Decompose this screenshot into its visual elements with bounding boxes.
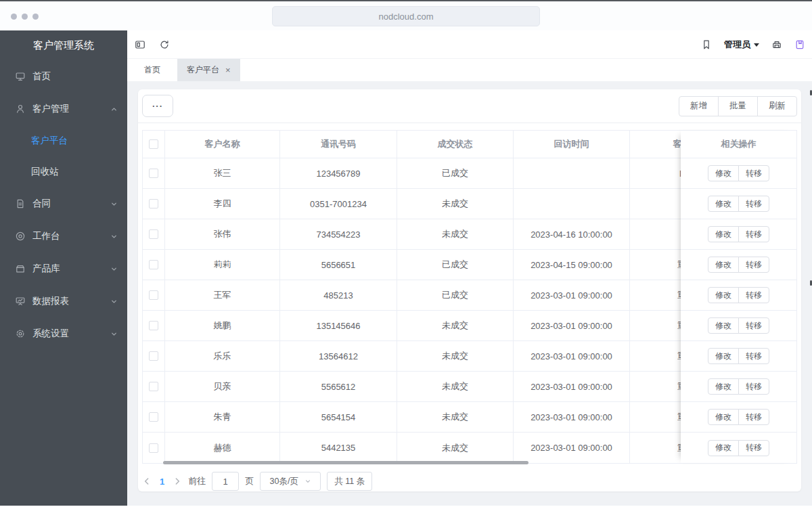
row-checkbox[interactable] <box>149 351 158 361</box>
print-icon[interactable] <box>771 39 782 50</box>
tab-bar: 首页客户平台× <box>127 59 812 81</box>
horizontal-scrollbar[interactable] <box>163 461 528 464</box>
row-checkbox[interactable] <box>149 290 158 300</box>
next-page-icon[interactable] <box>173 477 182 486</box>
chevron-down-icon <box>754 43 759 49</box>
transfer-button[interactable]: 转移 <box>738 257 769 273</box>
deal-status-cell: 未成交 <box>397 341 514 371</box>
edit-button[interactable]: 修改 <box>708 165 739 181</box>
goto-page-input[interactable] <box>212 472 239 491</box>
transfer-button[interactable]: 转移 <box>738 409 769 425</box>
transfer-button[interactable]: 转移 <box>738 226 769 242</box>
edit-button[interactable]: 修改 <box>708 196 739 212</box>
phone-cell: 13564612 <box>280 341 397 371</box>
window-dot[interactable] <box>11 14 17 20</box>
sidebar-item[interactable]: 产品库 <box>0 252 127 285</box>
chevron-down-icon <box>110 200 118 208</box>
sidebar-subitem[interactable]: 回收站 <box>0 156 127 188</box>
sidebar-item-label: 工作台 <box>32 230 60 242</box>
edit-button[interactable]: 修改 <box>708 348 739 364</box>
edit-button[interactable]: 修改 <box>708 226 739 242</box>
transfer-button[interactable]: 转移 <box>738 317 769 334</box>
sidebar-item[interactable]: 系统设置 <box>0 317 127 350</box>
edit-button[interactable]: 修改 <box>708 378 739 395</box>
row-checkbox[interactable] <box>149 229 158 239</box>
operations-rows: 修改转移修改转移修改转移修改转移修改转移修改转移修改转移修改转移修改转移修改转移 <box>681 158 796 463</box>
sidebar-subitem-label: 回收站 <box>31 166 59 178</box>
window-dot[interactable] <box>22 14 28 20</box>
deal-status-cell: 未成交 <box>397 372 514 401</box>
bookmark-icon[interactable] <box>701 39 712 50</box>
edit-button[interactable]: 修改 <box>708 257 739 273</box>
row-checkbox[interactable] <box>149 199 158 208</box>
notebook-icon[interactable] <box>794 39 805 50</box>
sidebar-item-label: 系统设置 <box>32 328 69 340</box>
window-dot[interactable] <box>32 14 39 20</box>
transfer-button[interactable]: 转移 <box>738 378 769 395</box>
phone-cell: 485213 <box>280 280 397 310</box>
page-number[interactable]: 1 <box>158 477 166 487</box>
tab-item[interactable]: 首页 <box>133 59 172 81</box>
more-button[interactable]: ··· <box>142 95 173 117</box>
tab-active[interactable]: 客户平台× <box>177 59 240 81</box>
tab-label: 首页 <box>144 64 160 76</box>
sidebar-item[interactable]: 首页 <box>0 60 127 93</box>
sidebar-item[interactable]: 合同 <box>0 188 127 220</box>
add-button[interactable]: 新增 <box>679 96 719 116</box>
customer-name-cell: 王军 <box>165 280 280 310</box>
row-checkbox-cell <box>143 433 165 463</box>
edit-button[interactable]: 修改 <box>708 287 739 303</box>
row-checkbox[interactable] <box>149 260 158 269</box>
transfer-button[interactable]: 转移 <box>738 440 769 456</box>
row-checkbox-cell <box>143 158 165 188</box>
chevron-down-icon <box>110 233 118 240</box>
phone-cell: 5654154 <box>280 402 397 432</box>
row-checkbox-cell <box>143 219 165 249</box>
refresh-button[interactable]: 刷新 <box>757 96 797 116</box>
sidebar-item-label: 客户管理 <box>32 103 69 115</box>
row-checkbox[interactable] <box>149 382 158 391</box>
column-header: 通讯号码 <box>280 131 397 158</box>
sidebar-item[interactable]: 工作台 <box>0 220 127 252</box>
prev-page-icon[interactable] <box>142 477 152 486</box>
customer-name-cell: 莉莉 <box>165 250 280 280</box>
edit-button[interactable]: 修改 <box>708 440 739 456</box>
sidebar-subitem[interactable]: 客户平台 <box>0 125 127 156</box>
row-checkbox[interactable] <box>149 412 158 422</box>
edit-button[interactable]: 修改 <box>708 317 739 334</box>
transfer-button[interactable]: 转移 <box>738 348 769 364</box>
row-checkbox[interactable] <box>149 321 158 330</box>
customer-table: 客户名称通讯号码成交状态回访时间客户张三123456789已成交L李四0351-… <box>142 130 797 464</box>
select-all-checkbox[interactable] <box>149 139 158 149</box>
sidebar-subitem-label: 客户平台 <box>31 135 68 147</box>
sidebar-item[interactable]: 客户管理 <box>0 93 127 125</box>
edit-button[interactable]: 修改 <box>708 409 739 425</box>
collapse-sidebar-icon[interactable] <box>135 39 145 50</box>
visit-time-cell <box>514 189 630 219</box>
deal-status-cell: 未成交 <box>397 402 514 432</box>
customer-table-card: ··· 新增 批量 刷新 客户名称通讯号码成交状态回访时间客户张三1234567… <box>138 89 801 491</box>
operations-row: 修改转移 <box>681 219 796 250</box>
operations-row: 修改转移 <box>681 280 796 311</box>
window-controls[interactable] <box>11 14 39 20</box>
page-size-select[interactable]: 30条/页 <box>260 472 321 491</box>
phone-cell: 5656651 <box>280 250 397 280</box>
visit-time-cell: 2023-04-16 10:00:00 <box>514 219 630 249</box>
address-bar[interactable]: nodcloud.com <box>272 6 540 26</box>
user-menu[interactable]: 管理员 <box>724 39 759 51</box>
customer-name-cell: 张三 <box>165 158 280 188</box>
operations-row: 修改转移 <box>681 250 796 280</box>
row-checkbox[interactable] <box>149 443 158 453</box>
refresh-page-icon[interactable] <box>159 39 170 50</box>
url-text: nodcloud.com <box>379 12 434 22</box>
visit-time-cell <box>514 158 630 188</box>
settings-icon <box>15 328 26 339</box>
transfer-button[interactable]: 转移 <box>738 196 769 212</box>
transfer-button[interactable]: 转移 <box>738 287 769 303</box>
transfer-button[interactable]: 转移 <box>738 165 769 181</box>
sidebar-item[interactable]: 数据报表 <box>0 285 127 317</box>
row-checkbox[interactable] <box>149 169 158 178</box>
table-actions: 新增 批量 刷新 <box>679 96 797 116</box>
batch-button[interactable]: 批量 <box>718 96 758 116</box>
close-icon[interactable]: × <box>225 66 231 74</box>
